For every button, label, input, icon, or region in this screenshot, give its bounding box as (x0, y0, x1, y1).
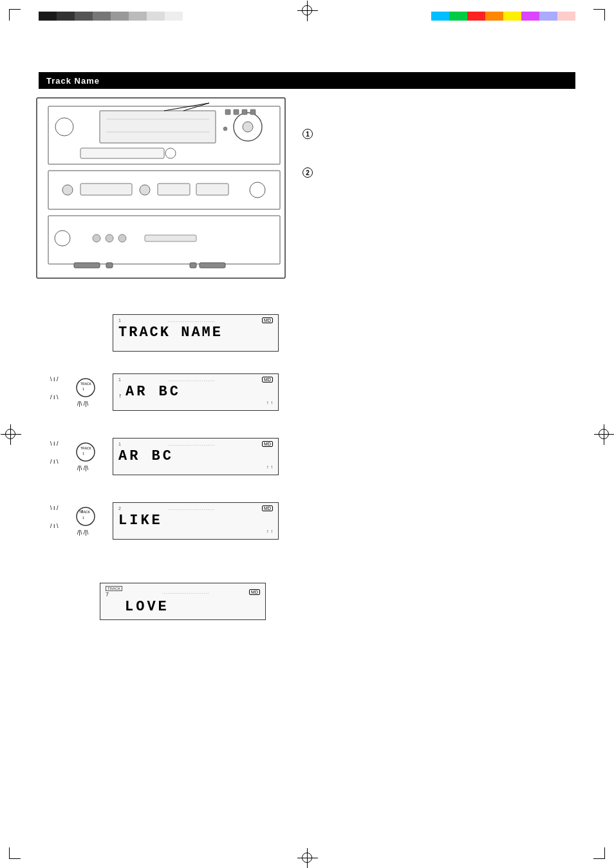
display5-track-num: 7 (106, 591, 109, 598)
circle-number-2: 2 (302, 167, 313, 178)
display4-track-num: 2 (118, 506, 121, 511)
display4-knob-area: \ I / / I \ TRACK 1 2 /|\ /|\ (50, 502, 115, 542)
display-4-container: 2 ......................... MD LIKE ↑ ↑ (113, 502, 279, 540)
device-illustration (35, 97, 293, 283)
display2-track-num: 1 (118, 377, 121, 382)
svg-rect-31 (106, 263, 113, 268)
reg-mark-bottom (302, 853, 312, 863)
crop-mark-tr2 (604, 9, 605, 21)
display1-track-dot: 1 (118, 318, 121, 323)
display3-knob-area: \ I / / I \ TRACK 1 /|\ /|\ (50, 438, 111, 478)
svg-rect-32 (190, 263, 196, 268)
section-header: Track Name (39, 72, 575, 89)
display3-bottom-arrows: ↑ ↑ (118, 464, 273, 470)
svg-rect-33 (200, 263, 225, 268)
svg-rect-22 (196, 184, 228, 195)
svg-rect-2 (100, 111, 216, 143)
svg-text:\ I /: \ I / (50, 376, 59, 382)
svg-text:/ I \: / I \ (50, 458, 59, 465)
svg-point-20 (140, 185, 150, 195)
svg-text:\ I /: \ I / (50, 505, 59, 511)
crop-mark-br (593, 858, 605, 859)
display-5-container: TRACK 7 ......................... MD LOV… (100, 583, 266, 620)
crop-mark-br2 (604, 847, 605, 859)
svg-point-27 (106, 234, 113, 242)
svg-rect-11 (234, 109, 239, 115)
svg-rect-19 (80, 184, 132, 195)
display1-dots: ......................... (168, 318, 216, 323)
display1-main-text: TRACK NAME (118, 325, 273, 341)
display2-up-arrow: ↑ (118, 393, 122, 400)
display5-main-text: LOVE (106, 599, 260, 615)
crop-mark-tl2 (9, 9, 10, 21)
reg-mark-left (5, 429, 15, 439)
svg-rect-10 (225, 109, 230, 115)
svg-text:/ I \: / I \ (50, 394, 59, 401)
display3-main-text: AR BC (118, 448, 273, 464)
svg-rect-29 (145, 235, 196, 241)
display1-md-badge: MD (262, 317, 273, 323)
display3-track-num: 1 (118, 442, 121, 446)
svg-rect-15 (80, 148, 164, 158)
svg-text:/|\ /|\: /|\ /|\ (77, 465, 89, 471)
svg-text:/|\ /|\: /|\ /|\ (77, 401, 89, 407)
crop-mark-bl (9, 858, 21, 859)
svg-point-23 (250, 182, 265, 198)
svg-rect-12 (242, 109, 247, 115)
display5-dots: ......................... (162, 590, 210, 594)
reg-mark-right (599, 429, 609, 439)
svg-point-8 (243, 122, 253, 132)
svg-text:/ I \: / I \ (50, 523, 59, 529)
display5-track-label: TRACK (106, 586, 122, 591)
svg-point-28 (118, 234, 126, 242)
section-title: Track Name (46, 76, 100, 86)
color-bar-left (39, 12, 183, 21)
svg-text:1: 1 (82, 451, 84, 455)
svg-rect-21 (158, 184, 190, 195)
svg-text:1: 1 (82, 387, 84, 391)
display3-dots: ......................... (168, 442, 216, 446)
display-2-container: 1 ......................... MD ↑ AR BC ↑… (113, 373, 279, 411)
svg-point-25 (55, 231, 70, 246)
svg-point-18 (62, 185, 73, 195)
display2-md-badge: MD (262, 377, 273, 382)
crop-mark-tl (9, 9, 21, 10)
side-note-1: 1 (302, 129, 313, 139)
svg-text:1: 1 (82, 516, 84, 520)
svg-text:/|\ /|\: /|\ /|\ (77, 529, 89, 536)
display4-main-text: LIKE (118, 513, 273, 529)
display2-knob-area: \ I / / I \ TRACK 1 /|\ /|\ (50, 373, 111, 413)
svg-rect-13 (250, 109, 256, 115)
side-note-2: 2 (302, 167, 313, 178)
svg-point-16 (165, 148, 176, 158)
display4-dots: ......................... (168, 506, 216, 511)
crop-mark-bl2 (9, 847, 10, 859)
svg-text:TRACK: TRACK (80, 446, 92, 450)
svg-point-26 (93, 234, 100, 242)
display2-bottom-arrows: ↑ ↑ (118, 400, 273, 406)
svg-text:\ I /: \ I / (50, 440, 59, 447)
svg-rect-30 (74, 263, 100, 268)
display-3-container: 1 ......................... MD AR BC ↑ ↑ (113, 438, 279, 475)
display3-md-badge: MD (262, 441, 273, 447)
svg-point-14 (223, 127, 227, 131)
svg-text:TRACK: TRACK (80, 382, 92, 386)
display4-md-badge: MD (262, 505, 273, 511)
display2-main-text: AR BC (126, 384, 181, 400)
reg-mark-top (302, 5, 312, 15)
display5-md-badge: MD (249, 589, 260, 595)
svg-point-9 (55, 118, 73, 136)
circle-number-1: 1 (302, 129, 313, 139)
color-bar-right (431, 12, 575, 21)
display2-dots: ......................... (168, 377, 216, 382)
display4-bottom-arrows: ↑ ↑ (118, 529, 273, 534)
crop-mark-tr (593, 9, 605, 10)
display-1-container: 1 ......................... MD TRACK NAM… (113, 314, 279, 352)
